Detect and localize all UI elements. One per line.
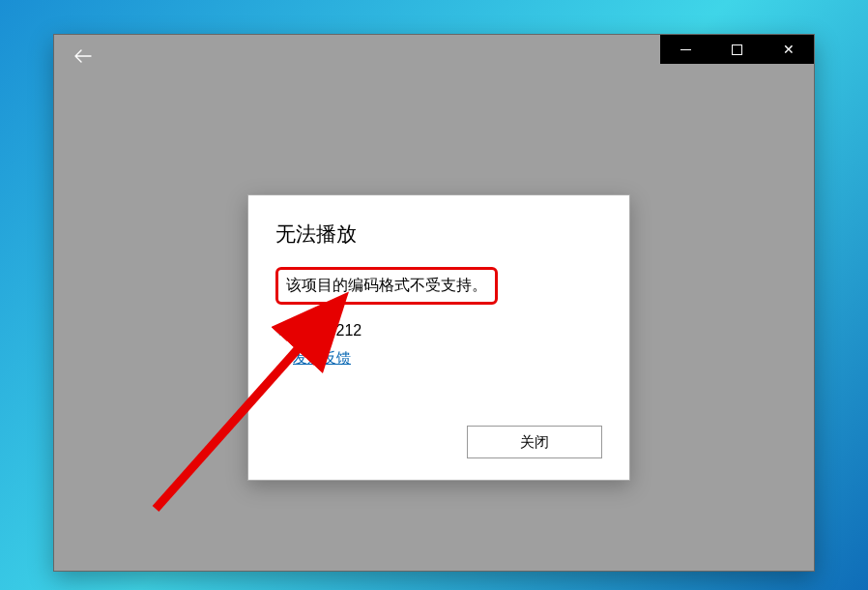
minimize-icon [680, 49, 691, 50]
error-code: 0xc00d5212 [277, 322, 602, 339]
titlebar: ✕ [660, 35, 814, 64]
maximize-icon [732, 44, 742, 55]
dialog-close-label: 关闭 [520, 433, 549, 452]
back-button[interactable] [72, 44, 95, 68]
back-arrow-icon [74, 49, 92, 63]
error-dialog: 无法播放 该项目的编码格式不受支持。 0xc00d5212 发送反馈 关闭 [247, 194, 630, 481]
error-message-text: 该项目的编码格式不受支持。 [286, 277, 487, 293]
close-window-button[interactable]: ✕ [763, 35, 814, 64]
minimize-button[interactable] [660, 35, 711, 64]
maximize-button[interactable] [711, 35, 763, 64]
close-icon: ✕ [783, 43, 795, 56]
dialog-close-button[interactable]: 关闭 [467, 426, 602, 458]
send-feedback-link[interactable]: 发送反馈 [293, 349, 351, 368]
highlighted-message-box: 该项目的编码格式不受支持。 [275, 267, 498, 305]
app-window: ✕ 无法播放 该项目的编码格式不受支持。 0xc00d5212 发送反馈 关闭 [53, 34, 815, 572]
dialog-title: 无法播放 [275, 221, 602, 248]
